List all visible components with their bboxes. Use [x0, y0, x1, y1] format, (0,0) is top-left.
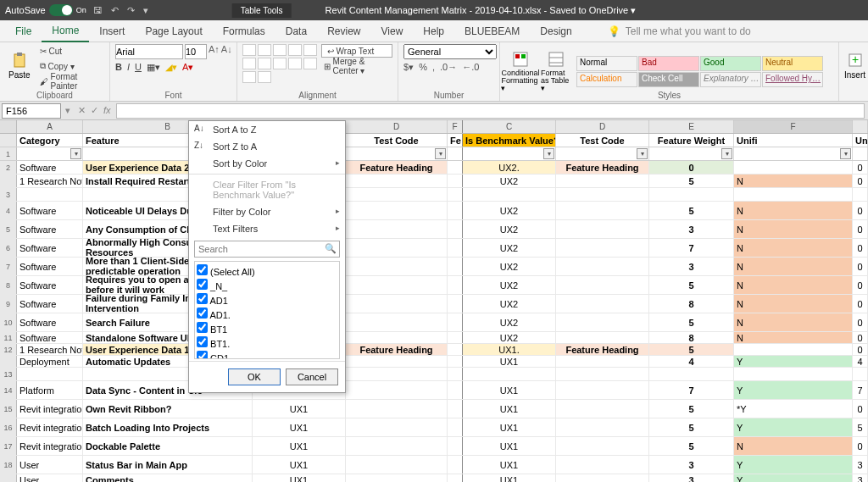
cell[interactable]: 0: [853, 175, 868, 187]
header-fcut[interactable]: Fe: [448, 134, 463, 147]
cell[interactable]: UX1: [463, 474, 556, 482]
row-header[interactable]: 18: [0, 456, 17, 474]
tab-file[interactable]: File: [5, 21, 42, 42]
cell[interactable]: [346, 276, 448, 294]
autosave-switch[interactable]: [49, 4, 73, 16]
cell[interactable]: N: [734, 202, 853, 219]
cell[interactable]: [556, 356, 649, 367]
row-header[interactable]: 15: [0, 400, 17, 418]
comma-button[interactable]: ,: [432, 62, 435, 73]
cell[interactable]: [556, 295, 649, 313]
cell[interactable]: Software: [17, 258, 83, 275]
cell[interactable]: [448, 313, 463, 331]
cell[interactable]: Y: [734, 474, 853, 482]
cell[interactable]: [346, 202, 448, 219]
autosave-toggle[interactable]: AutoSave On: [5, 4, 86, 16]
filter-cancel-button[interactable]: Cancel: [286, 368, 338, 385]
cell[interactable]: 0: [853, 239, 868, 257]
cell[interactable]: 3: [853, 456, 868, 474]
copy-button[interactable]: ⧉Copy ▾: [37, 59, 104, 73]
filter-dropdown[interactable]: ▾: [435, 148, 446, 159]
font-size-input[interactable]: [185, 44, 207, 59]
table-row[interactable]: 2SoftwareUser Experience Data 2 - BFeatu…: [0, 161, 868, 175]
cell[interactable]: [448, 239, 463, 257]
cell[interactable]: User: [17, 474, 83, 482]
filter-checklist[interactable]: (Select All) _N_ AD1 AD1. BT1 BT1. CD1 C…: [194, 261, 340, 359]
tab-review[interactable]: Review: [317, 21, 370, 42]
cell[interactable]: Feature Heading: [556, 161, 649, 174]
tab-pagelayout[interactable]: Page Layout: [135, 21, 212, 42]
table-row[interactable]: 15Revit integrationOwn Revit Ribbon?UX1U…: [0, 400, 868, 418]
cell[interactable]: Feature Heading: [346, 161, 448, 174]
table-row[interactable]: DeploymentAutomatic UpdatesUX14Y4: [0, 356, 868, 368]
cell[interactable]: UX2: [463, 258, 556, 275]
row-header[interactable]: [0, 175, 17, 187]
cell[interactable]: 0: [853, 276, 868, 294]
cell[interactable]: N: [734, 276, 853, 294]
cell[interactable]: 1 Research Note: [17, 175, 83, 187]
cell[interactable]: N: [734, 437, 853, 455]
cell[interactable]: [448, 332, 463, 343]
cell[interactable]: [448, 175, 463, 187]
merge-center-button[interactable]: ⊞Merge & Center ▾: [321, 59, 392, 73]
cell[interactable]: [448, 381, 463, 399]
filter-check-item[interactable]: (Select All): [197, 263, 337, 278]
cell[interactable]: Software: [17, 276, 83, 294]
cell[interactable]: [346, 356, 448, 367]
table-row[interactable]: 14PlatformData Sync - Content in CloUX17…: [0, 381, 868, 400]
table-row[interactable]: 16Revit integrationBatch Loading Into Pr…: [0, 418, 868, 437]
cell[interactable]: [463, 188, 556, 201]
cell[interactable]: [734, 161, 853, 174]
cell[interactable]: UX1: [463, 456, 556, 474]
cell[interactable]: UX1.: [463, 344, 556, 355]
cell[interactable]: Dockable Palette: [83, 437, 253, 455]
header-unifi[interactable]: Unifi: [734, 134, 853, 147]
filter-dropdown[interactable]: ▾: [70, 148, 81, 159]
cell[interactable]: N: [734, 295, 853, 313]
cell[interactable]: [556, 400, 649, 418]
wrap-text-button[interactable]: ↩Wrap Text: [321, 44, 392, 58]
cell[interactable]: UX1: [253, 400, 346, 418]
cell[interactable]: UX1: [463, 381, 556, 399]
tab-view[interactable]: View: [371, 21, 414, 42]
cell[interactable]: [448, 161, 463, 174]
cell[interactable]: [346, 437, 448, 455]
cell[interactable]: 0: [853, 295, 868, 313]
cell[interactable]: 5: [649, 400, 734, 418]
cell[interactable]: [556, 368, 649, 380]
filter-check-item[interactable]: BT1.: [197, 335, 337, 350]
qat-customize-icon[interactable]: ▾: [143, 5, 148, 16]
cell[interactable]: N: [734, 220, 853, 238]
cell[interactable]: [556, 220, 649, 238]
cell[interactable]: N: [734, 313, 853, 331]
cell[interactable]: 5: [853, 418, 868, 436]
percent-button[interactable]: %: [419, 62, 427, 73]
font-color-button[interactable]: A▾: [182, 62, 193, 73]
cell[interactable]: 5: [649, 276, 734, 294]
font-name-input[interactable]: [115, 44, 183, 59]
filter-check-item[interactable]: CD1: [197, 350, 337, 359]
cell[interactable]: 3: [649, 474, 734, 482]
cut-button[interactable]: ✂Cut: [37, 44, 104, 58]
cell[interactable]: UX2: [463, 295, 556, 313]
cell[interactable]: Feature Heading: [556, 344, 649, 355]
cell[interactable]: 3: [649, 258, 734, 275]
cell[interactable]: 0: [853, 258, 868, 275]
conditional-formatting-button[interactable]: Conditional Formatting ▾: [505, 51, 536, 93]
filter-dropdown[interactable]: ▾: [637, 148, 648, 159]
cell[interactable]: [734, 368, 853, 380]
col-header[interactable]: C: [463, 120, 556, 133]
cell[interactable]: [448, 356, 463, 367]
cell[interactable]: [853, 188, 868, 201]
cell[interactable]: [448, 220, 463, 238]
cell[interactable]: 0: [649, 161, 734, 174]
cell[interactable]: [448, 418, 463, 436]
cell[interactable]: Software: [17, 220, 83, 238]
cancel-formula-icon[interactable]: ✕: [78, 105, 86, 116]
decrease-decimal-button[interactable]: ←.0: [462, 62, 479, 73]
row-header[interactable]: 9: [0, 295, 17, 313]
filter-check-item[interactable]: AD1.: [197, 307, 337, 321]
table-row[interactable]: 9SoftwareFailure during Family ImpoInter…: [0, 295, 868, 313]
table-row[interactable]: 13: [0, 368, 868, 381]
row-header[interactable]: [0, 356, 17, 367]
